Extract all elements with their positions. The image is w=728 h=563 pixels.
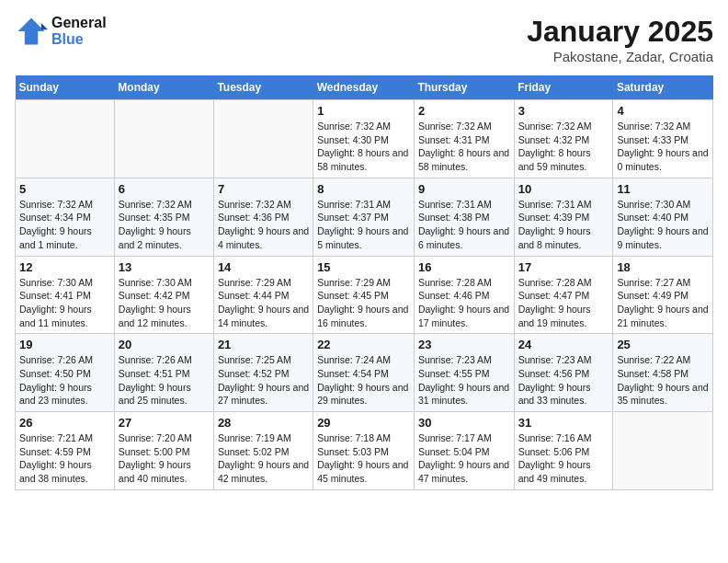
day-number: 4	[617, 104, 709, 118]
weekday-header: Sunday	[16, 75, 115, 100]
calendar-cell: 17Sunrise: 7:28 AM Sunset: 4:47 PM Dayli…	[514, 256, 613, 334]
calendar-cell: 22Sunrise: 7:24 AM Sunset: 4:54 PM Dayli…	[313, 334, 415, 412]
calendar-cell: 14Sunrise: 7:29 AM Sunset: 4:44 PM Dayli…	[213, 256, 313, 334]
weekday-header: Thursday	[414, 75, 514, 100]
day-info: Sunrise: 7:28 AM Sunset: 4:47 PM Dayligh…	[518, 276, 609, 330]
day-number: 2	[418, 104, 510, 118]
day-info: Sunrise: 7:30 AM Sunset: 4:42 PM Dayligh…	[119, 276, 210, 330]
calendar-cell: 10Sunrise: 7:31 AM Sunset: 4:39 PM Dayli…	[514, 178, 613, 256]
weekday-header-row: SundayMondayTuesdayWednesdayThursdayFrid…	[16, 75, 713, 100]
calendar-cell: 11Sunrise: 7:30 AM Sunset: 4:40 PM Dayli…	[613, 178, 713, 256]
calendar-week-row: 19Sunrise: 7:26 AM Sunset: 4:50 PM Dayli…	[16, 334, 713, 412]
weekday-header: Saturday	[613, 75, 713, 100]
day-info: Sunrise: 7:25 AM Sunset: 4:52 PM Dayligh…	[218, 353, 309, 408]
day-number: 5	[19, 182, 110, 196]
day-info: Sunrise: 7:23 AM Sunset: 4:55 PM Dayligh…	[418, 353, 510, 408]
day-info: Sunrise: 7:19 AM Sunset: 5:02 PM Dayligh…	[218, 431, 309, 486]
calendar-cell: 2Sunrise: 7:32 AM Sunset: 4:31 PM Daylig…	[414, 100, 514, 178]
day-number: 8	[317, 182, 410, 196]
day-info: Sunrise: 7:26 AM Sunset: 4:51 PM Dayligh…	[119, 353, 210, 408]
logo: General Blue	[15, 15, 107, 48]
weekday-header: Tuesday	[213, 75, 313, 100]
day-number: 3	[518, 104, 609, 118]
day-info: Sunrise: 7:31 AM Sunset: 4:37 PM Dayligh…	[317, 198, 410, 252]
day-info: Sunrise: 7:32 AM Sunset: 4:35 PM Dayligh…	[119, 198, 210, 252]
day-info: Sunrise: 7:16 AM Sunset: 5:06 PM Dayligh…	[518, 431, 609, 486]
day-number: 26	[19, 416, 110, 430]
page-header: General Blue January 2025 Pakostane, Zad…	[15, 15, 713, 64]
calendar-cell: 3Sunrise: 7:32 AM Sunset: 4:32 PM Daylig…	[514, 100, 613, 178]
calendar-cell: 13Sunrise: 7:30 AM Sunset: 4:42 PM Dayli…	[114, 256, 213, 334]
day-info: Sunrise: 7:30 AM Sunset: 4:41 PM Dayligh…	[19, 276, 110, 330]
day-info: Sunrise: 7:20 AM Sunset: 5:00 PM Dayligh…	[119, 431, 210, 486]
calendar-cell: 16Sunrise: 7:28 AM Sunset: 4:46 PM Dayli…	[414, 256, 514, 334]
day-number: 1	[317, 104, 410, 118]
day-number: 21	[218, 338, 309, 351]
calendar-cell	[16, 100, 115, 178]
calendar-cell: 5Sunrise: 7:32 AM Sunset: 4:34 PM Daylig…	[16, 178, 115, 256]
calendar-cell: 8Sunrise: 7:31 AM Sunset: 4:37 PM Daylig…	[313, 178, 415, 256]
day-number: 11	[617, 182, 709, 196]
calendar-cell: 21Sunrise: 7:25 AM Sunset: 4:52 PM Dayli…	[213, 334, 313, 412]
day-info: Sunrise: 7:24 AM Sunset: 4:54 PM Dayligh…	[317, 353, 410, 408]
calendar-cell: 30Sunrise: 7:17 AM Sunset: 5:04 PM Dayli…	[414, 412, 514, 490]
calendar-cell: 20Sunrise: 7:26 AM Sunset: 4:51 PM Dayli…	[114, 334, 213, 412]
logo-icon	[15, 15, 48, 48]
day-number: 28	[218, 416, 309, 430]
day-info: Sunrise: 7:32 AM Sunset: 4:33 PM Dayligh…	[617, 120, 709, 174]
calendar-cell: 28Sunrise: 7:19 AM Sunset: 5:02 PM Dayli…	[213, 412, 313, 490]
day-info: Sunrise: 7:32 AM Sunset: 4:32 PM Dayligh…	[518, 120, 609, 174]
day-number: 6	[119, 182, 210, 196]
day-number: 30	[418, 416, 510, 430]
calendar-cell: 4Sunrise: 7:32 AM Sunset: 4:33 PM Daylig…	[613, 100, 713, 178]
calendar: SundayMondayTuesdayWednesdayThursdayFrid…	[15, 75, 713, 490]
day-info: Sunrise: 7:30 AM Sunset: 4:40 PM Dayligh…	[617, 198, 709, 252]
day-number: 24	[518, 338, 609, 351]
calendar-week-row: 1Sunrise: 7:32 AM Sunset: 4:30 PM Daylig…	[16, 100, 713, 178]
day-number: 15	[317, 260, 410, 274]
day-number: 7	[218, 182, 309, 196]
weekday-header: Friday	[514, 75, 613, 100]
day-info: Sunrise: 7:29 AM Sunset: 4:44 PM Dayligh…	[218, 276, 309, 330]
calendar-cell: 7Sunrise: 7:32 AM Sunset: 4:36 PM Daylig…	[213, 178, 313, 256]
calendar-cell: 24Sunrise: 7:23 AM Sunset: 4:56 PM Dayli…	[514, 334, 613, 412]
calendar-cell: 25Sunrise: 7:22 AM Sunset: 4:58 PM Dayli…	[613, 334, 713, 412]
day-number: 31	[518, 416, 609, 430]
day-info: Sunrise: 7:31 AM Sunset: 4:38 PM Dayligh…	[418, 198, 510, 252]
calendar-cell: 18Sunrise: 7:27 AM Sunset: 4:49 PM Dayli…	[613, 256, 713, 334]
day-info: Sunrise: 7:22 AM Sunset: 4:58 PM Dayligh…	[617, 353, 709, 408]
calendar-cell: 19Sunrise: 7:26 AM Sunset: 4:50 PM Dayli…	[16, 334, 115, 412]
month-title: January 2025	[527, 15, 713, 49]
calendar-cell	[213, 100, 313, 178]
day-number: 16	[418, 260, 510, 274]
weekday-header: Wednesday	[313, 75, 415, 100]
day-number: 13	[119, 260, 210, 274]
day-number: 12	[19, 260, 110, 274]
logo-text: General Blue	[51, 15, 107, 48]
day-info: Sunrise: 7:18 AM Sunset: 5:03 PM Dayligh…	[317, 431, 410, 486]
calendar-cell: 6Sunrise: 7:32 AM Sunset: 4:35 PM Daylig…	[114, 178, 213, 256]
day-number: 19	[19, 338, 110, 351]
calendar-cell: 1Sunrise: 7:32 AM Sunset: 4:30 PM Daylig…	[313, 100, 415, 178]
calendar-week-row: 26Sunrise: 7:21 AM Sunset: 4:59 PM Dayli…	[16, 412, 713, 490]
day-info: Sunrise: 7:28 AM Sunset: 4:46 PM Dayligh…	[418, 276, 510, 330]
calendar-cell	[613, 412, 713, 490]
calendar-cell: 15Sunrise: 7:29 AM Sunset: 4:45 PM Dayli…	[313, 256, 415, 334]
day-number: 14	[218, 260, 309, 274]
day-number: 20	[119, 338, 210, 351]
title-block: January 2025 Pakostane, Zadar, Croatia	[527, 15, 713, 64]
day-number: 10	[518, 182, 609, 196]
day-number: 23	[418, 338, 510, 351]
day-number: 29	[317, 416, 410, 430]
day-info: Sunrise: 7:23 AM Sunset: 4:56 PM Dayligh…	[518, 353, 609, 408]
day-number: 17	[518, 260, 609, 274]
day-info: Sunrise: 7:32 AM Sunset: 4:30 PM Dayligh…	[317, 120, 410, 174]
day-info: Sunrise: 7:27 AM Sunset: 4:49 PM Dayligh…	[617, 276, 709, 330]
day-info: Sunrise: 7:29 AM Sunset: 4:45 PM Dayligh…	[317, 276, 410, 330]
day-number: 9	[418, 182, 510, 196]
calendar-cell: 23Sunrise: 7:23 AM Sunset: 4:55 PM Dayli…	[414, 334, 514, 412]
day-info: Sunrise: 7:21 AM Sunset: 4:59 PM Dayligh…	[19, 431, 110, 486]
day-info: Sunrise: 7:26 AM Sunset: 4:50 PM Dayligh…	[19, 353, 110, 408]
calendar-cell: 9Sunrise: 7:31 AM Sunset: 4:38 PM Daylig…	[414, 178, 514, 256]
calendar-week-row: 5Sunrise: 7:32 AM Sunset: 4:34 PM Daylig…	[16, 178, 713, 256]
